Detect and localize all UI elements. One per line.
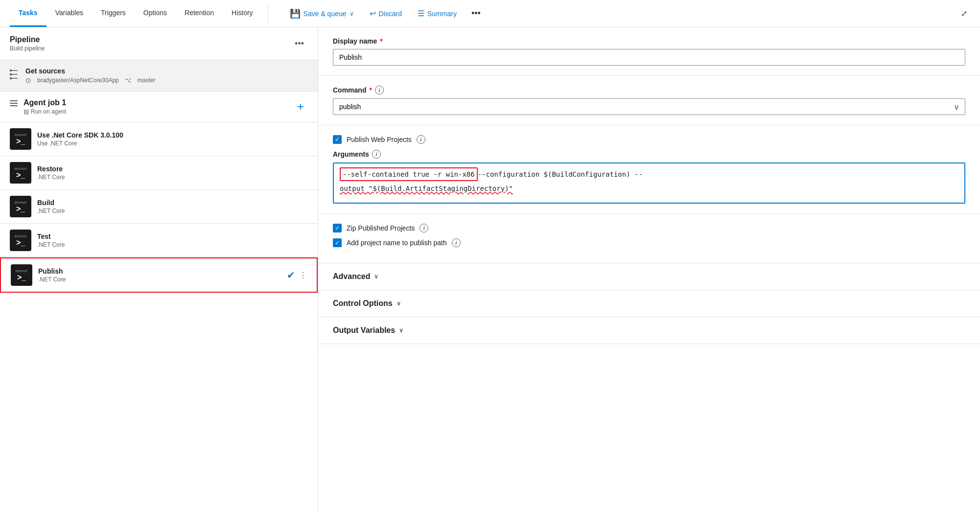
save-queue-dropdown-icon: ∨: [350, 10, 354, 17]
task-item-publish[interactable]: dotnet >_ Publish .NET Core ✔ ⋮: [0, 257, 318, 293]
add-project-info-icon[interactable]: i: [452, 238, 461, 247]
control-options-header[interactable]: Control Options ∨: [318, 290, 980, 317]
task-item-use-dotnet[interactable]: dotnet >_ Use .Net Core SDK 3.0.100 Use …: [0, 122, 318, 156]
tab-options[interactable]: Options: [135, 0, 176, 27]
tab-history[interactable]: History: [223, 0, 262, 27]
right-panel: Display name * Command * i publish ∨: [318, 27, 980, 511]
task-content-use: Use .Net Core SDK 3.0.100 Use .NET Core: [37, 131, 308, 147]
svg-rect-1: [10, 73, 12, 75]
zip-check-icon: ✓: [335, 225, 340, 232]
advanced-label: Advanced: [333, 272, 370, 281]
get-sources-icon: [10, 70, 20, 82]
run-on-agent-icon: ▤: [23, 108, 29, 115]
discard-button[interactable]: ↩ Discard: [364, 6, 408, 21]
summary-label: Summary: [427, 10, 457, 18]
command-select[interactable]: publish: [333, 98, 965, 115]
expand-button[interactable]: ⤢: [958, 6, 970, 21]
task-content-build: Build .NET Core: [37, 199, 308, 214]
output-variables-header[interactable]: Output Variables ∨: [318, 317, 980, 344]
task-subtitle-build: .NET Core: [37, 208, 308, 214]
pipeline-subtitle: Build pipeline: [10, 45, 45, 52]
tab-variables[interactable]: Variables: [47, 0, 92, 27]
tab-triggers[interactable]: Triggers: [92, 0, 135, 27]
more-options-button[interactable]: •••: [467, 5, 486, 22]
display-name-input[interactable]: [333, 49, 965, 66]
nav-divider: [268, 5, 268, 22]
command-info-icon[interactable]: i: [375, 86, 384, 94]
main-layout: Pipeline Build pipeline •••: [0, 27, 980, 511]
top-actions: 💾 Save & queue ∨ ↩ Discard ☰ Summary •••: [284, 5, 486, 22]
tab-tasks[interactable]: Tasks: [10, 0, 47, 27]
agent-job-subtitle: ▤ Run on agent: [23, 108, 66, 115]
publish-web-checkbox[interactable]: ✓: [333, 135, 342, 144]
discard-icon: ↩: [370, 9, 376, 18]
dotnet-icon-build: dotnet >_: [10, 196, 31, 217]
task-item-restore[interactable]: dotnet >_ Restore .NET Core: [0, 156, 318, 190]
task-item-test[interactable]: dotnet >_ Test .NET Core: [0, 224, 318, 257]
task-dots-button[interactable]: ⋮: [299, 271, 307, 280]
publish-web-checkbox-row: ✓ Publish Web Projects i: [333, 135, 965, 144]
command-section: Command * i publish ∨: [318, 76, 980, 125]
agent-job-info: Agent job 1 ▤ Run on agent: [10, 98, 66, 115]
publish-web-check-icon: ✓: [335, 136, 340, 143]
summary-button[interactable]: ☰ Summary: [412, 6, 463, 21]
task-content-test: Test .NET Core: [37, 232, 308, 248]
output-variables-label: Output Variables: [333, 326, 395, 335]
advanced-section-header[interactable]: Advanced ∨: [318, 263, 980, 290]
expand-icon: ⤢: [961, 9, 967, 18]
zip-info-icon[interactable]: i: [420, 224, 428, 232]
pipeline-info: Pipeline Build pipeline: [10, 35, 45, 52]
command-required-star: *: [369, 86, 372, 94]
required-star: *: [380, 37, 382, 45]
pipeline-header: Pipeline Build pipeline •••: [0, 27, 318, 60]
arguments-section: Arguments i --self-contained true -r win…: [333, 150, 965, 204]
svg-rect-8: [10, 105, 18, 106]
get-sources-content: Get sources ⊙ bradygaster/AspNetCore30Ap…: [25, 67, 308, 84]
publish-web-label: Publish Web Projects: [347, 136, 412, 143]
task-name-use: Use .Net Core SDK 3.0.100: [37, 131, 308, 139]
arguments-info-icon[interactable]: i: [372, 150, 381, 159]
zip-label: Zip Published Projects: [347, 224, 415, 232]
task-name-build: Build: [37, 199, 308, 207]
save-queue-button[interactable]: 💾 Save & queue ∨: [284, 5, 360, 22]
sidebar: Pipeline Build pipeline •••: [0, 27, 318, 511]
task-content-publish: Publish .NET Core: [38, 267, 281, 283]
pipeline-more-button[interactable]: •••: [291, 37, 308, 51]
agent-job-title: Agent job 1: [23, 98, 66, 107]
advanced-chevron-icon: ∨: [374, 273, 378, 280]
args-line1: --self-contained true -r win-x86 --confi…: [340, 167, 958, 183]
top-nav: Tasks Variables Triggers Options Retenti…: [0, 0, 980, 27]
args-line2: output "$(Build.ArtifactStagingDirectory…: [340, 183, 958, 194]
get-sources-meta: ⊙ bradygaster/AspNetCore30App ⌥ master: [25, 76, 308, 84]
add-project-label: Add project name to publish path: [347, 239, 447, 247]
task-name-publish: Publish: [38, 267, 281, 275]
control-options-label: Control Options: [333, 299, 393, 308]
get-sources-item[interactable]: Get sources ⊙ bradygaster/AspNetCore30Ap…: [0, 60, 318, 92]
add-project-checkbox[interactable]: ✓: [333, 238, 342, 247]
task-subtitle-publish: .NET Core: [38, 276, 281, 283]
zip-checkbox[interactable]: ✓: [333, 224, 342, 232]
publish-web-projects-section: ✓ Publish Web Projects i Arguments i --s: [318, 125, 980, 214]
save-queue-label: Save & queue: [303, 10, 347, 18]
svg-rect-2: [10, 77, 12, 79]
branch-name: master: [138, 77, 156, 84]
args-highlighted-part: --self-contained true -r win-x86: [340, 167, 478, 181]
publish-web-info-icon[interactable]: i: [417, 135, 425, 144]
repo-name: bradygaster/AspNetCore30App: [37, 77, 119, 84]
run-on-agent-label: Run on agent: [31, 108, 66, 115]
arguments-field-wrapper: --self-contained true -r win-x86 --confi…: [333, 163, 965, 204]
task-subtitle-restore: .NET Core: [37, 174, 308, 181]
task-name-restore: Restore: [37, 165, 308, 173]
control-options-chevron-icon: ∨: [397, 300, 401, 307]
dotnet-icon-use: dotnet >_: [10, 128, 31, 150]
pipeline-title: Pipeline: [10, 35, 45, 44]
display-name-section: Display name *: [318, 27, 980, 76]
task-name-test: Test: [37, 232, 308, 240]
task-item-build[interactable]: dotnet >_ Build .NET Core: [0, 190, 318, 224]
output-variables-chevron-icon: ∨: [399, 327, 403, 334]
add-task-button[interactable]: +: [293, 100, 308, 114]
tab-retention[interactable]: Retention: [176, 0, 223, 27]
agent-job-icon: [10, 100, 18, 109]
command-label-text: Command: [333, 86, 366, 94]
dotnet-icon-restore: dotnet >_: [10, 162, 31, 184]
